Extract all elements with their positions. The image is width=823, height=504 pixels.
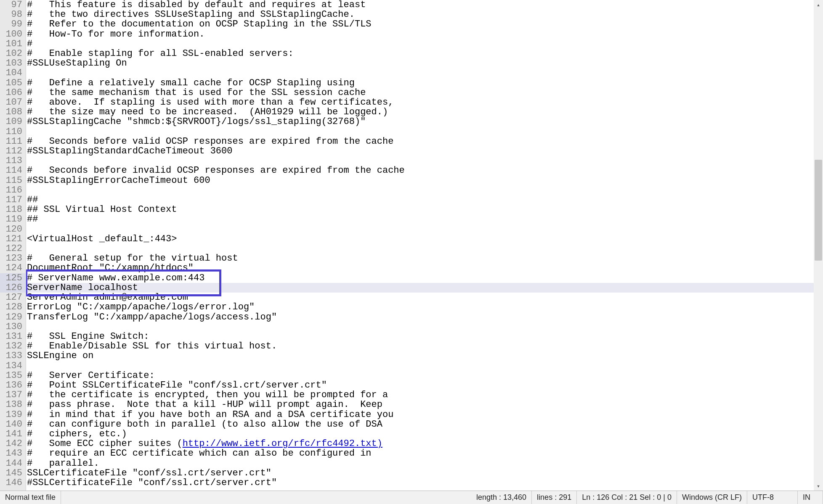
- code-line[interactable]: ServerName localhost: [26, 283, 823, 293]
- code-line[interactable]: # Seconds before invalid OCSP responses …: [26, 166, 823, 175]
- line-number: 134: [0, 361, 26, 371]
- line-number: 130: [0, 322, 26, 332]
- line-number: 143: [0, 449, 26, 458]
- status-lines: lines : 291: [532, 491, 577, 504]
- line-number: 120: [0, 224, 26, 234]
- code-line[interactable]: ServerAdmin admin@example.com: [26, 293, 823, 302]
- code-line[interactable]: # the same mechanism that is used for th…: [26, 88, 823, 98]
- line-number: 97: [0, 0, 26, 10]
- code-line[interactable]: [26, 244, 823, 253]
- code-line[interactable]: # parallel.: [26, 459, 823, 468]
- line-number: 106: [0, 88, 26, 98]
- code-line[interactable]: ##: [26, 214, 823, 224]
- code-line[interactable]: #SSLCertificateFile "conf/ssl.crt/server…: [26, 478, 823, 488]
- code-line[interactable]: #SSLStaplingCache "shmcb:${SRVROOT}/logs…: [26, 117, 823, 127]
- url-link[interactable]: http://www.ietf.org/rfc/rfc4492.txt): [183, 438, 382, 449]
- code-line[interactable]: [26, 68, 823, 78]
- line-number: 107: [0, 98, 26, 107]
- line-number: 102: [0, 49, 26, 58]
- code-line[interactable]: [26, 156, 823, 166]
- code-line[interactable]: # ServerName www.example.com:443: [26, 273, 823, 283]
- line-number: 129: [0, 312, 26, 322]
- line-number: 127: [0, 293, 26, 302]
- line-number: 109: [0, 117, 26, 127]
- line-number: 137: [0, 390, 26, 400]
- code-line[interactable]: [26, 127, 823, 137]
- code-line[interactable]: DocumentRoot "C:/xampp/htdocs": [26, 263, 823, 273]
- code-line[interactable]: # This feature is disabled by default an…: [26, 0, 823, 10]
- line-number: 138: [0, 400, 26, 409]
- line-number: 128: [0, 302, 26, 312]
- line-number: 141: [0, 429, 26, 439]
- line-number: 114: [0, 166, 26, 175]
- code-line[interactable]: [26, 224, 823, 234]
- line-number: 111: [0, 137, 26, 146]
- line-number: 133: [0, 351, 26, 361]
- code-line[interactable]: [26, 185, 823, 195]
- code-line[interactable]: # Server Certificate:: [26, 371, 823, 380]
- code-line[interactable]: #SSLUseStapling On: [26, 58, 823, 68]
- line-number: 105: [0, 78, 26, 88]
- code-line[interactable]: [26, 361, 823, 371]
- line-number: 123: [0, 253, 26, 263]
- code-line[interactable]: #SSLStaplingStandardCacheTimeout 3600: [26, 146, 823, 156]
- line-number: 144: [0, 459, 26, 468]
- line-number: 131: [0, 332, 26, 341]
- code-line[interactable]: # in mind that if you have both an RSA a…: [26, 410, 823, 420]
- line-number: 140: [0, 420, 26, 429]
- code-line[interactable]: # Define a relatively small cache for OC…: [26, 78, 823, 88]
- line-number: 112: [0, 146, 26, 156]
- code-line[interactable]: #: [26, 39, 823, 49]
- code-line[interactable]: SSLCertificateFile "conf/ssl.crt/server.…: [26, 468, 823, 478]
- line-number: 98: [0, 10, 26, 19]
- status-length: length : 13,460: [471, 491, 532, 504]
- code-line[interactable]: [26, 322, 823, 332]
- line-number: 115: [0, 176, 26, 185]
- line-number: 99: [0, 19, 26, 29]
- line-number: 104: [0, 68, 26, 78]
- line-number: 126: [0, 283, 26, 293]
- code-area[interactable]: # This feature is disabled by default an…: [26, 0, 823, 491]
- code-line[interactable]: TransferLog "C:/xampp/apache/logs/access…: [26, 312, 823, 322]
- code-line[interactable]: # can configure both in parallel (to als…: [26, 420, 823, 429]
- code-line[interactable]: # How-To for more information.: [26, 29, 823, 39]
- code-line[interactable]: # Refer to the documentation on OCSP Sta…: [26, 19, 823, 29]
- code-line[interactable]: ##: [26, 195, 823, 205]
- code-line[interactable]: # the size may need to be increased. (AH…: [26, 107, 823, 117]
- code-line[interactable]: <VirtualHost _default_:443>: [26, 234, 823, 244]
- code-line[interactable]: # the two directives SSLUseStapling and …: [26, 10, 823, 19]
- code-line[interactable]: # Seconds before valid OCSP responses ar…: [26, 137, 823, 146]
- line-number: 122: [0, 244, 26, 253]
- line-number: 119: [0, 214, 26, 224]
- code-line[interactable]: # pass phrase. Note that a kill -HUP wil…: [26, 400, 823, 409]
- line-number: 108: [0, 107, 26, 117]
- status-position: Ln : 126 Col : 21 Sel : 0 | 0: [577, 491, 677, 504]
- code-line[interactable]: # Point SSLCertificateFile "conf/ssl.crt…: [26, 380, 823, 390]
- code-line[interactable]: # General setup for the virtual host: [26, 253, 823, 263]
- code-line[interactable]: ## SSL Virtual Host Context: [26, 205, 823, 214]
- scroll-down-icon[interactable]: ▾: [814, 481, 823, 491]
- status-encoding: UTF-8: [747, 491, 798, 504]
- code-line[interactable]: #SSLStaplingErrorCacheTimeout 600: [26, 176, 823, 185]
- code-line[interactable]: # SSL Engine Switch:: [26, 332, 823, 341]
- code-line[interactable]: # Enable/Disable SSL for this virtual ho…: [26, 341, 823, 351]
- code-line[interactable]: # the certificate is encrypted, then you…: [26, 390, 823, 400]
- code-line[interactable]: SSLEngine on: [26, 351, 823, 361]
- code-line[interactable]: ErrorLog "C:/xampp/apache/logs/error.log…: [26, 302, 823, 312]
- line-number: 118: [0, 205, 26, 214]
- editor-pane[interactable]: 9798991001011021031041051061071081091101…: [0, 0, 823, 491]
- status-insert-mode: IN: [798, 491, 823, 504]
- line-number: 142: [0, 439, 26, 449]
- code-line[interactable]: # ciphers, etc.): [26, 429, 823, 439]
- code-line[interactable]: # above. If stapling is used with more t…: [26, 98, 823, 107]
- line-number: 132: [0, 341, 26, 351]
- code-line[interactable]: # require an ECC certificate which can a…: [26, 449, 823, 458]
- code-line[interactable]: # Enable stapling for all SSL-enabled se…: [26, 49, 823, 58]
- scroll-up-icon[interactable]: ▴: [814, 0, 823, 9]
- line-number: 101: [0, 39, 26, 49]
- code-line[interactable]: # Some ECC cipher suites (http://www.iet…: [26, 439, 823, 449]
- line-number: 139: [0, 410, 26, 420]
- line-number: 103: [0, 58, 26, 68]
- vertical-scrollbar[interactable]: ▴ ▾: [814, 0, 823, 491]
- scroll-thumb[interactable]: [815, 160, 822, 261]
